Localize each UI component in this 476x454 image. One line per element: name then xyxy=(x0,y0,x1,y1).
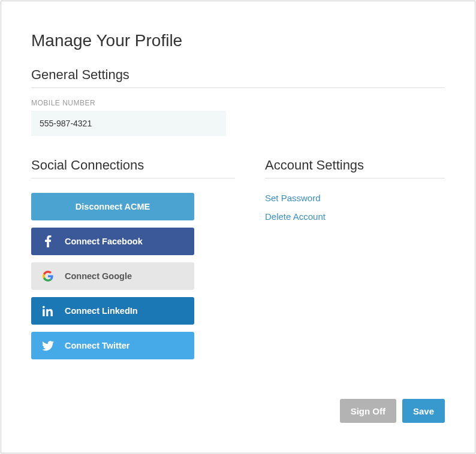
connect-facebook-label: Connect Facebook xyxy=(65,237,143,246)
disconnect-acme-label: Disconnect ACME xyxy=(76,202,150,211)
set-password-link[interactable]: Set Password xyxy=(265,193,445,203)
connect-twitter-button[interactable]: Connect Twitter xyxy=(31,332,194,359)
footer-actions: Sign Off Save xyxy=(340,399,445,423)
connect-twitter-label: Connect Twitter xyxy=(65,341,129,350)
profile-panel: Manage Your Profile General Settings MOB… xyxy=(1,1,475,453)
disconnect-acme-button[interactable]: Disconnect ACME xyxy=(31,193,194,220)
connect-linkedin-button[interactable]: Connect LinkedIn xyxy=(31,297,194,325)
save-button[interactable]: Save xyxy=(402,399,445,423)
linkedin-icon xyxy=(31,305,65,316)
google-icon xyxy=(31,271,65,282)
page-title: Manage Your Profile xyxy=(31,31,445,50)
general-settings-section: General Settings MOBILE NUMBER xyxy=(31,67,445,136)
connect-google-label: Connect Google xyxy=(65,271,132,281)
facebook-icon xyxy=(31,235,65,247)
connect-google-button[interactable]: Connect Google xyxy=(31,262,194,290)
mobile-number-input[interactable] xyxy=(31,111,226,136)
delete-account-link[interactable]: Delete Account xyxy=(265,211,445,222)
mobile-number-label: MOBILE NUMBER xyxy=(31,99,445,107)
account-settings-title: Account Settings xyxy=(265,158,445,178)
social-connections-section: Social Connections Disconnect ACME Conne… xyxy=(31,158,235,359)
general-settings-title: General Settings xyxy=(31,67,445,88)
connect-linkedin-label: Connect LinkedIn xyxy=(65,306,138,316)
sign-off-button[interactable]: Sign Off xyxy=(340,399,396,423)
social-connections-title: Social Connections xyxy=(31,158,235,178)
account-settings-section: Account Settings Set Password Delete Acc… xyxy=(265,158,445,359)
twitter-icon xyxy=(31,341,65,351)
connect-facebook-button[interactable]: Connect Facebook xyxy=(31,228,194,255)
